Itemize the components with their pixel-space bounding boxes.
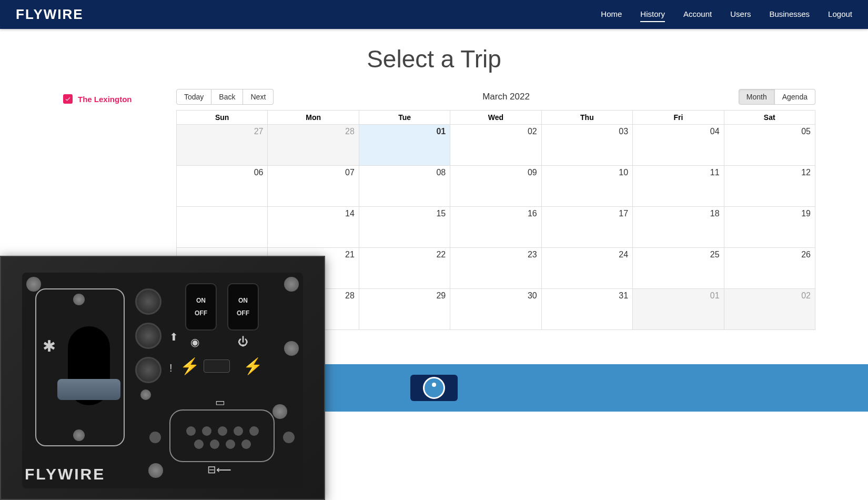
lightning-icon: ⚡: [243, 357, 263, 375]
calendar-cell[interactable]: 02: [724, 289, 815, 330]
calendar-cell[interactable]: 30: [450, 289, 541, 330]
power-icon: ⏻: [238, 336, 248, 348]
switch-on-label: ON: [238, 297, 248, 304]
calendar-cell[interactable]: 17: [541, 207, 632, 248]
agenda-view-button[interactable]: Agenda: [775, 89, 815, 105]
switch-off-label: OFF: [237, 309, 249, 317]
device-knob: [135, 323, 162, 349]
calendar-cell[interactable]: 10: [541, 166, 632, 207]
calendar-cell[interactable]: 18: [633, 207, 724, 248]
screw-icon: [284, 277, 299, 292]
screw-icon: [73, 294, 85, 305]
day-header: Sat: [724, 111, 815, 125]
device-network-panel: ✱: [35, 288, 125, 412]
nav-history[interactable]: History: [640, 7, 665, 22]
usb-icon: ⬆: [169, 331, 178, 343]
calendar-cell[interactable]: 01: [633, 289, 724, 330]
filter-label: The Lexington: [78, 95, 132, 104]
calendar-cell[interactable]: 06: [177, 166, 268, 207]
logo-text: FLYWIRE: [16, 6, 84, 23]
camera-lens-icon: [423, 377, 445, 399]
nav-businesses[interactable]: Businesses: [769, 7, 810, 22]
day-header: Sun: [177, 111, 268, 125]
device-knob: [135, 357, 162, 383]
filter-checkbox[interactable]: [63, 94, 73, 104]
logo: FLYWIRE: [16, 6, 84, 23]
calendar-toolbar: TodayBackNext March 2022 MonthAgenda: [176, 89, 815, 105]
screw-icon: [26, 277, 41, 292]
device-switch-2: ON OFF: [227, 283, 259, 331]
warning-icon: !: [169, 362, 173, 374]
record-icon: ◉: [190, 336, 199, 348]
calendar-cell[interactable]: 05: [724, 125, 815, 166]
calendar-cell[interactable]: 01: [359, 125, 450, 166]
calendar-cell[interactable]: 22: [359, 248, 450, 289]
calendar-cell[interactable]: 08: [359, 166, 450, 207]
check-icon: [65, 96, 71, 102]
lightning-icon: ⚡: [180, 357, 199, 375]
device-switch-1: ON OFF: [185, 283, 217, 331]
month-view-button[interactable]: Month: [739, 89, 775, 105]
day-header: Thu: [541, 111, 632, 125]
nav-button-group: TodayBackNext: [176, 89, 274, 105]
calendar-cell[interactable]: 24: [541, 248, 632, 289]
calendar-cell[interactable]: 15: [359, 207, 450, 248]
battery-icon: ▭: [215, 396, 225, 408]
day-header: Tue: [359, 111, 450, 125]
today-button[interactable]: Today: [176, 89, 211, 105]
device-port-panel: ▭ ⊟⟵: [169, 409, 275, 412]
calendar-cell[interactable]: 26: [724, 248, 815, 289]
network-icon: ✱: [43, 337, 56, 355]
calendar-cell[interactable]: 28: [268, 125, 359, 166]
nav-home[interactable]: Home: [601, 7, 622, 22]
calendar-cell[interactable]: [177, 207, 268, 248]
day-header: Fri: [633, 111, 724, 125]
device-slider: [204, 359, 230, 373]
calendar-cell[interactable]: 16: [450, 207, 541, 248]
calendar-cell[interactable]: 12: [724, 166, 815, 207]
nav-users[interactable]: Users: [730, 7, 751, 22]
device-photo-overlay: ✱ ⬆ ! ⚡ ⚡ ◉ ⏻ ON OFF ON OFF ▭: [0, 256, 325, 412]
calendar-cell[interactable]: 03: [541, 125, 632, 166]
month-label: March 2022: [482, 92, 530, 102]
calendar-cell[interactable]: 11: [633, 166, 724, 207]
back-button[interactable]: Back: [211, 89, 243, 105]
nav-account[interactable]: Account: [683, 7, 712, 22]
calendar-cell[interactable]: 27: [177, 125, 268, 166]
view-button-group: MonthAgenda: [739, 89, 815, 105]
header: FLYWIRE HomeHistoryAccountUsersBusinesse…: [0, 0, 868, 29]
screw-icon: [272, 404, 287, 412]
calendar-cell[interactable]: 25: [633, 248, 724, 289]
page-title: Select a Trip: [0, 45, 868, 73]
calendar-cell[interactable]: 31: [541, 289, 632, 330]
next-button[interactable]: Next: [243, 89, 274, 105]
calendar-cell[interactable]: 09: [450, 166, 541, 207]
device-knob: [135, 288, 162, 315]
nav: HomeHistoryAccountUsersBusinessesLogout: [601, 7, 852, 22]
screw-icon: [140, 389, 151, 400]
device-handle: [57, 379, 120, 400]
filter-item[interactable]: The Lexington: [63, 94, 176, 104]
calendar-cell[interactable]: 23: [450, 248, 541, 289]
day-header: Mon: [268, 111, 359, 125]
day-header: Wed: [450, 111, 541, 125]
nav-logout[interactable]: Logout: [828, 7, 852, 22]
calendar-cell[interactable]: 04: [633, 125, 724, 166]
calendar-cell[interactable]: 14: [268, 207, 359, 248]
calendar-cell[interactable]: 19: [724, 207, 815, 248]
footer-logo: [410, 375, 458, 401]
switch-off-label: OFF: [195, 309, 207, 317]
switch-on-label: ON: [196, 297, 206, 304]
calendar-cell[interactable]: 07: [268, 166, 359, 207]
screw-icon: [284, 341, 299, 356]
calendar-cell[interactable]: 02: [450, 125, 541, 166]
calendar-cell[interactable]: 29: [359, 289, 450, 330]
